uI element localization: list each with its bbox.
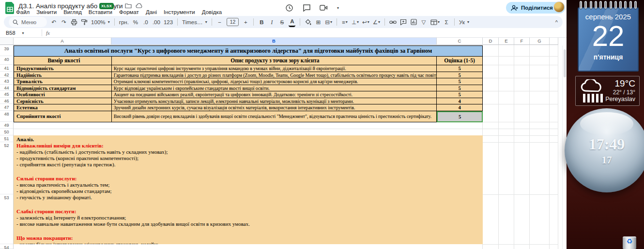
- score-cell[interactable]: 5: [437, 65, 483, 72]
- dimension-cell[interactable]: Сервісність: [14, 98, 112, 105]
- dimension-cell[interactable]: Продуктивність: [14, 65, 112, 72]
- column-header-g[interactable]: G: [530, 38, 550, 45]
- score-cell-selected[interactable]: 5: [437, 111, 483, 123]
- row-header-40[interactable]: 40: [0, 56, 13, 65]
- row-header-41[interactable]: 41: [0, 65, 13, 72]
- insert-comment-button[interactable]: [400, 17, 407, 27]
- row-header-48[interactable]: 48: [0, 111, 13, 122]
- video-call-caret-icon[interactable]: ▾: [337, 6, 339, 10]
- horizontal-align-button[interactable]: ≡▾: [341, 17, 348, 27]
- recycle-bin[interactable]: ♻: [621, 235, 638, 249]
- insert-chart-button[interactable]: [410, 17, 417, 27]
- select-all-corner[interactable]: [0, 38, 14, 45]
- row-header-45[interactable]: 45: [0, 91, 13, 98]
- header-score-cell[interactable]: Оцінка (1-5): [437, 57, 483, 65]
- dimension-cell[interactable]: Особливості: [14, 91, 112, 98]
- menu-edit[interactable]: Змінити: [36, 9, 57, 15]
- column-header-b[interactable]: B: [111, 38, 437, 45]
- score-cell[interactable]: 5: [437, 91, 483, 98]
- insert-link-button[interactable]: [389, 17, 397, 27]
- row-header-43[interactable]: 43: [0, 78, 13, 85]
- text-color-button[interactable]: A: [289, 17, 295, 27]
- decrease-decimal-button[interactable]: .0: [142, 17, 149, 27]
- fill-color-button[interactable]: [305, 17, 311, 27]
- score-cell[interactable]: 5: [437, 85, 483, 92]
- video-call-icon[interactable]: [320, 3, 329, 13]
- dimension-cell[interactable]: Естетика: [14, 104, 112, 111]
- row-header-39[interactable]: 39: [0, 45, 13, 56]
- weather-widget[interactable]: 19°C 22° / 13° Pereyaslav: [575, 76, 640, 106]
- dimension-cell[interactable]: Сприйняття якості: [14, 111, 112, 123]
- description-cell[interactable]: Акцент на поєднанні військових реалій, є…: [112, 91, 437, 98]
- increase-font-button[interactable]: +: [242, 17, 249, 27]
- column-header-c[interactable]: C: [437, 38, 483, 45]
- dimension-cell[interactable]: Тривалість: [14, 78, 112, 85]
- merge-cells-button[interactable]: ⊟▾: [325, 17, 332, 27]
- row-header-42[interactable]: 42: [0, 72, 13, 78]
- menu-data[interactable]: Дані: [146, 9, 157, 15]
- font-selector[interactable]: Times… ▾: [182, 17, 207, 27]
- row-header-49[interactable]: 49: [0, 122, 13, 129]
- score-cell[interactable]: 5: [437, 78, 483, 85]
- redo-button[interactable]: ↷: [61, 17, 67, 27]
- description-cell[interactable]: Гарантована підтримка викладачів і досту…: [112, 72, 437, 79]
- row-header-44[interactable]: 44: [0, 85, 13, 91]
- vertical-align-button[interactable]: ⊥▾: [352, 17, 359, 27]
- toolbar-search[interactable]: Меню: [9, 17, 47, 27]
- version-history-icon[interactable]: [285, 3, 294, 13]
- input-tools-button[interactable]: Ук ▾: [459, 17, 469, 27]
- description-cell[interactable]: Учасники отримують консультації, записи …: [112, 98, 437, 105]
- analysis-section[interactable]: Аналіз. Найважливіші виміри для клієнтів…: [14, 135, 483, 244]
- row-header-47[interactable]: 47: [0, 104, 13, 111]
- bold-button[interactable]: B: [258, 17, 265, 27]
- menu-view[interactable]: Вигляд: [63, 9, 82, 15]
- scrollbar-thumb[interactable]: [564, 49, 566, 77]
- table-title-cell[interactable]: Аналіз освітньої послуги "Курс з цифрово…: [14, 46, 483, 57]
- column-header-e[interactable]: E: [499, 38, 514, 45]
- collapse-toolbar-button[interactable]: ^: [555, 19, 558, 25]
- description-cell[interactable]: Курс надає практичні цифрові інструменти…: [112, 65, 437, 72]
- column-header-a[interactable]: A: [14, 38, 111, 45]
- menu-help[interactable]: Довідка: [202, 9, 222, 15]
- column-header-d[interactable]: D: [483, 38, 499, 45]
- increase-decimal-button[interactable]: .00: [153, 17, 160, 27]
- print-button[interactable]: [71, 17, 77, 27]
- text-wrap-button[interactable]: ↩▾: [362, 17, 369, 27]
- dimension-cell[interactable]: Надійність: [14, 72, 112, 79]
- text-rotation-button[interactable]: ∠▾: [373, 17, 380, 27]
- menu-tools[interactable]: Інструменти: [164, 9, 195, 15]
- borders-button[interactable]: ⊞: [315, 17, 322, 27]
- calendar-widget[interactable]: серпень 2025 22 п'ятниця: [578, 1, 639, 73]
- row-header-50[interactable]: 50: [0, 129, 13, 135]
- currency-format-button[interactable]: грн.: [119, 17, 129, 27]
- font-size-field[interactable]: 12: [227, 18, 239, 26]
- score-cell[interactable]: 4: [437, 104, 483, 111]
- table-views-button[interactable]: ▾: [430, 17, 440, 27]
- description-cell[interactable]: Високий рівень довіри серед викладачів і…: [112, 111, 437, 123]
- description-cell[interactable]: Курс відповідає українським і європейськ…: [112, 85, 437, 92]
- score-cell[interactable]: 5: [437, 72, 483, 79]
- dimension-cell[interactable]: Відповідність стандартам: [14, 85, 112, 92]
- zoom-control[interactable]: 100% ▾: [91, 17, 110, 27]
- sheets-logo-icon[interactable]: [5, 2, 15, 14]
- row-header-54[interactable]: 54: [0, 244, 13, 249]
- score-cell[interactable]: 4: [437, 98, 483, 105]
- percent-format-button[interactable]: %: [132, 17, 139, 27]
- decrease-font-button[interactable]: −: [216, 17, 223, 27]
- user-avatar[interactable]: [553, 1, 565, 13]
- menu-format[interactable]: Формат: [119, 9, 139, 15]
- italic-button[interactable]: I: [268, 17, 275, 27]
- header-description-cell[interactable]: Опис продукту з точки зору клієнта: [112, 57, 437, 65]
- description-cell[interactable]: Отримані ключові компетентності (правлін…: [112, 78, 437, 85]
- clock-widget[interactable]: 17:49 17: [565, 108, 644, 192]
- row-header-51[interactable]: 51: [0, 135, 13, 142]
- row-header-52[interactable]: 52: [0, 142, 13, 194]
- formula-input[interactable]: [50, 29, 567, 37]
- menu-insert[interactable]: Вставити: [89, 9, 112, 15]
- more-formats-button[interactable]: 123: [164, 17, 173, 27]
- header-dimension-cell[interactable]: Вимір якості: [14, 57, 112, 65]
- name-box[interactable]: B58 ▾: [0, 30, 38, 36]
- create-filter-button[interactable]: ▽: [420, 17, 427, 27]
- undo-button[interactable]: ↶: [50, 17, 57, 27]
- menu-file[interactable]: Файл: [16, 9, 30, 15]
